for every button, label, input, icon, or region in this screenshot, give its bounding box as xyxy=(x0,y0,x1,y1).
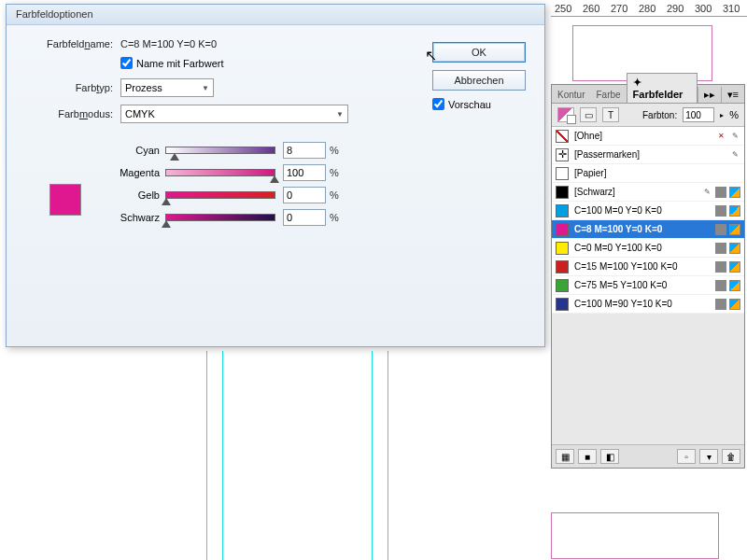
farbmodus-combo[interactable]: CMYK▼ xyxy=(120,105,348,123)
swatch-name: C=8 M=100 Y=0 K=0 xyxy=(574,224,715,234)
swatch-row[interactable]: ✛[Passermarken]✎ xyxy=(552,146,744,164)
new-swatch-icon[interactable]: ▫ xyxy=(677,449,696,464)
guide xyxy=(206,351,207,560)
preview-label: Vorschau xyxy=(448,99,491,110)
name-label: Farbfeldname: xyxy=(20,38,113,49)
cancel-button[interactable]: Abbrechen xyxy=(432,70,526,91)
new-swatch-menu-icon[interactable]: ▾ xyxy=(699,449,718,464)
schwarz-label: Schwarz xyxy=(94,212,160,223)
swatch-name: [Schwarz] xyxy=(574,187,701,197)
magenta-input[interactable] xyxy=(283,164,326,181)
swatch-status-icons xyxy=(715,299,740,310)
tab-farbfelder[interactable]: ✦ Farbfelder xyxy=(627,73,698,103)
magenta-label: Magenta xyxy=(94,167,160,178)
swatch-color-icon xyxy=(556,242,569,255)
panel-menu-icon[interactable]: ▾≡ xyxy=(721,87,744,103)
swatch-row[interactable]: C=0 M=0 Y=100 K=0 xyxy=(552,239,744,258)
ok-button[interactable]: OK xyxy=(432,42,526,63)
swatch-color-icon xyxy=(556,298,569,311)
gelb-slider[interactable] xyxy=(165,191,275,199)
farbtyp-label: Farbtyp: xyxy=(20,82,113,93)
preview-checkbox[interactable] xyxy=(432,98,444,110)
name-value: C=8 M=100 Y=0 K=0 xyxy=(120,38,217,49)
swatch-color-icon xyxy=(556,130,569,143)
schwarz-slider[interactable] xyxy=(165,214,275,221)
swatch-row[interactable]: [Schwarz]✎ xyxy=(552,183,744,202)
swatch-color-icon xyxy=(556,260,569,273)
swatch-name: [Papier] xyxy=(574,168,740,178)
schwarz-input[interactable] xyxy=(283,209,326,226)
color-preview xyxy=(49,184,81,216)
formatting-container-icon[interactable]: ▭ xyxy=(580,107,597,122)
swatch-row[interactable]: C=100 M=90 Y=10 K=0 xyxy=(552,295,744,314)
gelb-input[interactable] xyxy=(283,187,326,203)
dialog-title: Farbfeldoptionen xyxy=(7,5,544,25)
name-with-value-checkbox[interactable] xyxy=(120,57,133,69)
formatting-text-icon[interactable]: T xyxy=(602,107,619,122)
swatch-options-dialog: Farbfeldoptionen Farbfeldname: C=8 M=100… xyxy=(6,4,545,347)
cyan-slider[interactable] xyxy=(165,147,275,154)
guide xyxy=(222,351,223,560)
name-with-value-label: Name mit Farbwert xyxy=(136,58,224,69)
swatch-status-icons xyxy=(715,243,740,254)
swatch-name: C=15 M=100 Y=100 K=0 xyxy=(574,261,715,272)
horizontal-ruler: 250 260 270 280 290 300 310 xyxy=(551,0,747,17)
delete-swatch-icon[interactable]: 🗑 xyxy=(722,449,740,464)
swatch-color-icon xyxy=(556,223,569,236)
swatch-name: [Passermarken] xyxy=(574,149,729,160)
canvas-object xyxy=(551,512,719,559)
swatch-name: C=100 M=0 Y=0 K=0 xyxy=(574,205,715,216)
swatch-status-icons xyxy=(715,205,740,217)
panel-collapse-icon[interactable]: ▸▸ xyxy=(698,87,721,103)
swatch-status-icons: ✎ xyxy=(701,187,740,198)
swatch-row[interactable]: [Papier] xyxy=(552,164,744,183)
swatch-color-icon xyxy=(556,204,569,217)
swatch-name: C=100 M=90 Y=10 K=0 xyxy=(574,299,715,309)
guide xyxy=(372,351,373,560)
swatch-row[interactable]: C=15 M=100 Y=100 K=0 xyxy=(552,258,744,276)
tint-label: Farbton: xyxy=(642,110,677,120)
swatch-row[interactable]: [Ohne]✕✎ xyxy=(552,127,744,146)
swatch-name: C=0 M=0 Y=100 K=0 xyxy=(574,243,715,253)
swatch-list: [Ohne]✕✎✛[Passermarken]✎[Papier][Schwarz… xyxy=(552,127,744,314)
swatch-row[interactable]: C=75 M=5 Y=100 K=0 xyxy=(552,276,744,295)
swatch-color-icon xyxy=(556,279,569,292)
swatch-color-icon xyxy=(556,167,569,180)
swatch-status-icons: ✎ xyxy=(729,149,740,161)
fill-stroke-icon[interactable] xyxy=(557,107,574,122)
swatches-panel: Kontur Farbe ✦ Farbfelder ▸▸ ▾≡ ▭ T Farb… xyxy=(551,84,745,469)
magenta-slider[interactable] xyxy=(165,169,275,176)
show-all-swatches-icon[interactable]: ▦ xyxy=(556,449,574,464)
swatch-status-icons xyxy=(715,261,740,273)
gelb-label: Gelb xyxy=(94,189,160,201)
swatch-name: C=75 M=5 Y=100 K=0 xyxy=(574,280,715,290)
cyan-label: Cyan xyxy=(94,145,160,156)
cyan-input[interactable] xyxy=(283,142,326,159)
swatch-name: [Ohne] xyxy=(574,131,715,141)
swatch-row[interactable]: C=100 M=0 Y=0 K=0 xyxy=(552,202,744,220)
chevron-down-icon: ▼ xyxy=(336,110,344,119)
tint-input[interactable] xyxy=(683,107,714,122)
swatch-color-icon: ✛ xyxy=(556,148,569,161)
chevron-down-icon: ▼ xyxy=(202,84,209,92)
swatch-status-icons xyxy=(715,280,740,291)
tab-kontur[interactable]: Kontur xyxy=(552,87,590,103)
tab-farbe[interactable]: Farbe xyxy=(590,87,626,103)
show-color-swatches-icon[interactable]: ■ xyxy=(578,449,597,464)
swatch-status-icons: ✕✎ xyxy=(715,131,740,142)
swatch-status-icons xyxy=(715,224,740,235)
show-gradient-swatches-icon[interactable]: ◧ xyxy=(600,449,619,464)
farbmodus-label: Farbmodus: xyxy=(20,108,113,119)
guide xyxy=(388,351,388,560)
swatch-color-icon xyxy=(556,186,569,199)
farbtyp-combo[interactable]: Prozess▼ xyxy=(120,78,214,97)
tint-arrow-icon[interactable]: ▸ xyxy=(720,111,724,119)
swatch-row[interactable]: C=8 M=100 Y=0 K=0 xyxy=(552,220,744,239)
